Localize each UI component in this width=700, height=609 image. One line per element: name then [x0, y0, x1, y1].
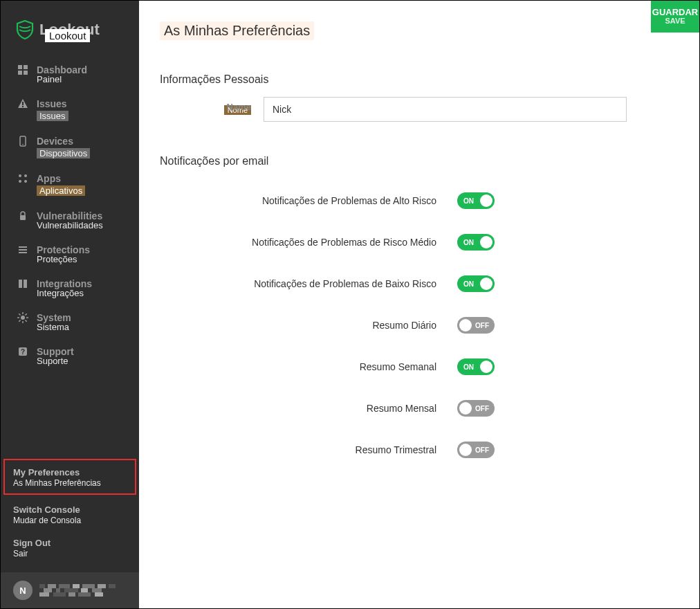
bottom-label-en: Sign Out [13, 538, 50, 548]
support-icon: ? [17, 346, 28, 357]
brand: Lookout Lookout [1, 1, 139, 52]
svg-rect-5 [22, 106, 24, 107]
toggle-switch-0[interactable]: ON [457, 192, 495, 209]
svg-rect-13 [19, 246, 27, 248]
bottom-label-pt: Mudar de Consola [13, 516, 127, 525]
toggle-row-3: Resumo Diário OFF [160, 304, 679, 346]
svg-text:?: ? [21, 348, 25, 356]
nav-bottom: My Preferences As Minhas Preferências Sw… [1, 456, 139, 572]
page-title-pt: As Minhas Preferências [160, 21, 314, 40]
save-button[interactable]: GUARDAR SAVE [651, 1, 699, 33]
dashboard-icon [17, 64, 28, 75]
sidebar-label-en: Apps [37, 173, 61, 184]
svg-point-9 [24, 174, 27, 177]
user-chip[interactable]: N [1, 572, 139, 608]
sidebar-item-vulnerabilities[interactable]: Vulnerabilities Vulnerabilidades [1, 203, 139, 237]
toggle-knob [480, 278, 492, 290]
svg-rect-17 [24, 280, 27, 288]
svg-rect-1 [24, 65, 28, 69]
toggle-switch-2[interactable]: ON [457, 275, 495, 292]
section-personal-info: Informações Pessoais Name Nome [160, 73, 679, 122]
svg-rect-2 [18, 71, 22, 75]
sidebar-item-system[interactable]: System Sistema [1, 305, 139, 339]
bottom-label-en: My Preferences [13, 467, 80, 478]
name-input[interactable] [264, 97, 627, 122]
sidebar-label-pt: Aplicativos [37, 185, 85, 196]
toggle-label: Resumo Trimestral [356, 444, 436, 455]
svg-rect-4 [22, 102, 24, 105]
svg-rect-12 [20, 215, 26, 220]
sidebar-item-protections[interactable]: Protections Proteções [1, 237, 139, 271]
svg-line-26 [26, 313, 27, 315]
nav-top: Dashboard Painel Issues Issues Devices D… [1, 52, 139, 379]
protections-icon [17, 244, 28, 255]
name-row: Name Nome [160, 97, 679, 122]
name-label-en: Name [227, 102, 251, 112]
svg-point-10 [19, 180, 21, 183]
bottom-item-switch-console[interactable]: Switch Console Mudar de Consola [1, 498, 139, 531]
toggle-label: Resumo Diário [372, 320, 436, 331]
apps-icon [17, 173, 28, 184]
svg-rect-3 [24, 71, 28, 75]
toggle-knob [459, 319, 472, 331]
avatar: N [13, 581, 33, 600]
svg-rect-14 [19, 249, 27, 251]
toggle-label: Notificações de Problemas de Risco Médio [252, 237, 436, 248]
bottom-label-pt: Sair [13, 549, 127, 558]
toggle-knob [480, 361, 492, 373]
toggle-state-text: ON [463, 239, 474, 246]
sidebar-item-apps[interactable]: Apps Aplicativos [1, 166, 139, 203]
toggle-row-2: Notificações de Problemas de Baixo Risco… [160, 263, 679, 304]
sidebar-item-support[interactable]: ? Support Suporte [1, 339, 139, 373]
toggle-row-4: Resumo Semanal ON [160, 346, 679, 388]
svg-point-18 [21, 316, 25, 320]
section-email-notifications: Notificações por email Notificações de P… [160, 155, 679, 471]
toggle-row-0: Notificações de Problemas de Alto Risco … [160, 180, 679, 221]
toggle-switch-4[interactable]: ON [457, 358, 495, 375]
shield-icon [16, 20, 34, 39]
sidebar-label-pt: Issues [37, 111, 68, 121]
toggle-knob [459, 402, 472, 415]
toggle-knob [480, 194, 492, 207]
sidebar-label-pt: Dispositivos [37, 148, 90, 158]
bottom-item-sign-out[interactable]: Sign Out Sair [1, 531, 139, 564]
sidebar-label-pt: Sistema [37, 322, 122, 332]
sidebar-item-integrations[interactable]: Integrations Integrações [1, 271, 139, 305]
sidebar-item-issues[interactable]: Issues Issues [1, 91, 139, 129]
toggle-state-text: OFF [475, 405, 489, 412]
toggle-row-5: Resumo Mensal OFF [160, 388, 679, 429]
sidebar-label-pt: Integrações [37, 288, 122, 298]
toggle-switch-5[interactable]: OFF [457, 400, 495, 417]
sidebar-label-pt: Suporte [37, 356, 122, 366]
sidebar-item-dashboard[interactable]: Dashboard Painel [1, 57, 139, 91]
issues-icon [17, 98, 28, 109]
toggle-switch-3[interactable]: OFF [457, 317, 495, 334]
toggle-knob [459, 444, 472, 456]
svg-rect-0 [18, 65, 22, 69]
sidebar-item-devices[interactable]: Devices Dispositivos [1, 129, 139, 166]
sidebar-label-en: Devices [37, 136, 73, 147]
svg-rect-16 [19, 280, 22, 288]
system-icon [17, 312, 28, 323]
save-label-pt: GUARDAR [652, 8, 698, 17]
brand-text-pt: Lookout [45, 29, 90, 42]
section-title-personal: Informações Pessoais [160, 73, 268, 86]
toggle-switch-6[interactable]: OFF [457, 442, 495, 458]
svg-point-7 [22, 144, 24, 145]
toggle-label: Resumo Mensal [367, 403, 436, 414]
main-content: GUARDAR SAVE As Minhas Preferências Info… [139, 1, 699, 608]
bottom-item-my-preferences[interactable]: My Preferences As Minhas Preferências [3, 459, 136, 495]
sidebar: Lookout Lookout Dashboard Painel Issues … [1, 1, 139, 608]
toggle-state-text: OFF [475, 446, 489, 454]
toggle-state-text: ON [463, 280, 474, 288]
section-title-email: Notificações por email [160, 155, 268, 167]
svg-point-8 [19, 174, 21, 177]
svg-line-23 [19, 313, 20, 315]
toggle-label: Notificações de Problemas de Baixo Risco [254, 278, 436, 289]
page-title: As Minhas Preferências [160, 21, 314, 40]
username-redacted [39, 584, 116, 597]
bottom-label-pt: As Minhas Preferências [13, 478, 127, 488]
toggle-switch-1[interactable]: ON [457, 234, 495, 251]
toggle-row-6: Resumo Trimestral OFF [160, 429, 679, 471]
sidebar-label-pt: Proteções [37, 254, 122, 264]
